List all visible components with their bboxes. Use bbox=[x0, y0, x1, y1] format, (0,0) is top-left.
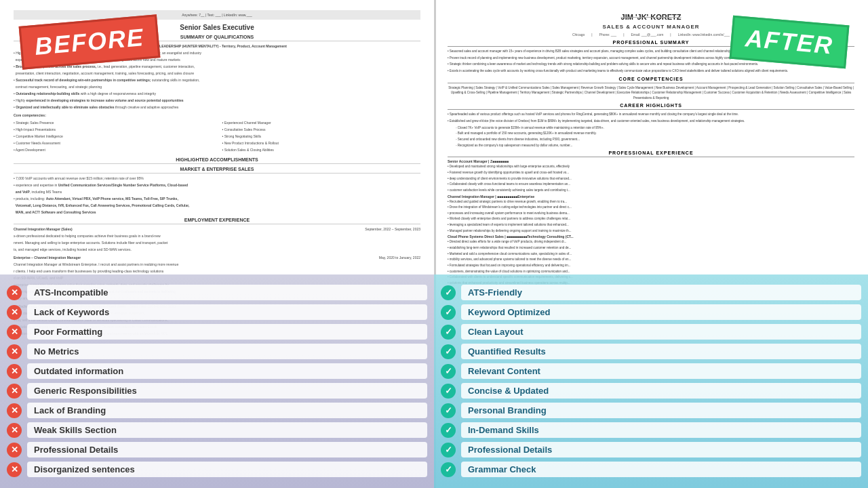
after-job1-desc2: • Fostered revenue growth by identifying… bbox=[448, 170, 854, 176]
after-contact-divider2: | bbox=[623, 33, 624, 37]
before-comp-1: • Strategic Sales Presence bbox=[14, 120, 212, 125]
main-container: Anywhere: 7__ | Text: ___ | LinkedIn: ww… bbox=[0, 0, 868, 488]
x-icon-ats-incompatible: ✕ bbox=[7, 285, 22, 300]
after-pro-item-in-demand-skills: ✓In-Demand Skills bbox=[441, 422, 861, 438]
before-comp-7: • Consultative Sales Process bbox=[222, 127, 421, 132]
before-job2-header: Enterprise – Channel Integration Manager… bbox=[14, 255, 420, 262]
x-icon-no-metrics: ✕ bbox=[7, 344, 22, 359]
pro-label-keyword-optimized: Keyword Optimized bbox=[461, 304, 861, 320]
after-job1-header: Senior Account Manager | Z■■■■■■■■ bbox=[448, 159, 854, 163]
before-comp-10: • Solution Sales & Closing Abilities bbox=[222, 147, 421, 152]
issue-label-generic-responsibilities: Generic Responsibilities bbox=[27, 383, 427, 399]
check-icon-grammar-check: ✓ bbox=[441, 462, 456, 477]
check-icon-concise-updated: ✓ bbox=[441, 384, 456, 399]
check-icon-ats-friendly: ✓ bbox=[441, 285, 456, 300]
after-career-2: • Established and grew eVoice (the voice… bbox=[448, 119, 854, 124]
before-competencies-label: Core competencies: bbox=[14, 113, 420, 118]
before-comp-6: • Experienced Channel Manager bbox=[222, 120, 421, 125]
before-job1-dates: September, 2022 – September, 2023 bbox=[365, 226, 420, 232]
x-icon-lack-of-branding: ✕ bbox=[7, 403, 22, 418]
after-job3-header: Cloud Phone Systems Direct Sales | ■■■■■… bbox=[448, 235, 854, 239]
after-career-6: ◦ Recognized as the company's top salesp… bbox=[448, 143, 854, 148]
before-issue-item-professional-details: ✕Professional Details bbox=[7, 442, 427, 458]
before-competencies-cols: • Strategic Sales Presence • High-Impact… bbox=[14, 120, 420, 154]
after-job2-desc1: • Recruited and guided strategic partner… bbox=[448, 199, 854, 205]
after-job3-desc4: • mobility services, and advanced phone … bbox=[448, 257, 854, 262]
after-exp-body: Senior Account Manager | Z■■■■■■■■ • Dev… bbox=[448, 159, 854, 285]
after-pro-item-professional-details: ✓Professional Details bbox=[441, 442, 861, 458]
before-job1-desc3: ts, and managed edge services, including… bbox=[14, 247, 420, 252]
after-contact-divider1: | bbox=[591, 33, 592, 37]
before-comp-9: • New Product Introductions & Rollout bbox=[222, 140, 421, 146]
x-icon-generic-responsibilities: ✕ bbox=[7, 384, 22, 399]
after-job2-header: Channel Integration Manager | ■■■■■■■■■■… bbox=[448, 195, 854, 199]
issue-label-lack-of-keywords: Lack of Keywords bbox=[27, 304, 427, 320]
after-overlay: ✓ATS-Friendly✓Keyword Optimized✓Clean La… bbox=[434, 274, 868, 488]
after-job3-desc1: • Directed direct sales efforts for a wi… bbox=[448, 239, 854, 245]
after-job3-desc3: • Marketed and sold a comprehensive clou… bbox=[448, 251, 854, 257]
after-pro-item-concise-updated: ✓Concise & Updated bbox=[441, 383, 861, 399]
after-job3-title: Cloud Phone Systems Direct Sales | ■■■■■… bbox=[448, 235, 574, 239]
after-career-3: ◦ Closed 7K+ VoIP accounts to generate $… bbox=[448, 125, 854, 131]
after-job1-desc4: • Collaborated closely with cross-functi… bbox=[448, 182, 854, 187]
before-comp-col1: • Strategic Sales Presence • High-Impact… bbox=[14, 120, 212, 154]
after-experience-title: PROFESSIONAL EXPERIENCE bbox=[448, 150, 854, 157]
after-job2-desc4: • Worked closely with enterprise clients… bbox=[448, 216, 854, 222]
issue-label-poor-formatting: Poor Formatting bbox=[27, 324, 427, 340]
pro-label-professional-details: Professional Details bbox=[461, 442, 861, 458]
after-pro-item-personal-branding: ✓Personal Branding bbox=[441, 403, 861, 418]
pro-label-in-demand-skills: In-Demand Skills bbox=[461, 422, 861, 438]
x-icon-lack-of-keywords: ✕ bbox=[7, 305, 22, 320]
check-icon-relevant-content: ✓ bbox=[441, 364, 456, 379]
before-market-5: Voicemail, Long Distance, IVR, Enhanced … bbox=[14, 203, 420, 208]
before-issue-item-poor-formatting: ✕Poor Formatting bbox=[7, 324, 427, 340]
before-comp-2: • High-Impact Presentations bbox=[14, 127, 212, 132]
before-overlay: ✕ATS-Incompatible✕Lack of Keywords✕Poor … bbox=[0, 274, 434, 488]
after-competencies-title: CORE COMPETENCIES bbox=[448, 77, 854, 83]
before-comp-8: • Strong Negotiating Skills bbox=[222, 134, 421, 139]
before-panel: Anywhere: 7__ | Text: ___ | LinkedIn: ww… bbox=[0, 0, 434, 488]
after-job2-title: Channel Integration Manager | ■■■■■■■■■■… bbox=[448, 195, 534, 199]
before-accomplishments-title: HIGHLIGHTED ACCOMPLISHMENTS bbox=[14, 157, 420, 164]
after-contact-divider3: | bbox=[670, 33, 671, 37]
before-issue-item-ats-incompatible: ✕ATS-Incompatible bbox=[7, 285, 427, 300]
before-comp-3: • Competitive Market Intelligence bbox=[14, 134, 212, 139]
after-panel: JIM 'JK' KORETZ SALES & ACCOUNT MANAGER … bbox=[434, 0, 868, 488]
after-contact-city: Chicago bbox=[572, 33, 585, 37]
before-market-2: • experience and expertise in Unified Co… bbox=[14, 182, 420, 188]
issue-label-professional-details: Professional Details bbox=[27, 442, 427, 458]
check-icon-clean-layout: ✓ bbox=[441, 325, 456, 340]
pro-label-grammar-check: Grammar Check bbox=[461, 462, 861, 477]
before-contact-bar: Anywhere: 7__ | Text: ___ | LinkedIn: ww… bbox=[14, 10, 420, 20]
check-icon-professional-details: ✓ bbox=[441, 443, 456, 458]
after-job2-desc2: • Drove the integration of Windstream's … bbox=[448, 205, 854, 210]
after-career-title: CAREER HIGHLIGHTS bbox=[448, 103, 854, 110]
after-career-1: • Spearheaded sales of various product o… bbox=[448, 112, 854, 117]
before-market-4: • products, including: Auto Attendant, V… bbox=[14, 196, 420, 201]
after-job3-desc5: • Formulated strategies that focused on … bbox=[448, 263, 854, 268]
before-line-9: • Organized and intellectually able to e… bbox=[14, 104, 420, 110]
before-job2-title: Enterprise – Channel Integration Manager bbox=[14, 255, 81, 260]
check-icon-in-demand-skills: ✓ bbox=[441, 423, 456, 438]
check-icon-personal-branding: ✓ bbox=[441, 403, 456, 418]
before-job1-title: Channel Integration Manager (Sales) bbox=[14, 226, 73, 232]
after-pros-list: ✓ATS-Friendly✓Keyword Optimized✓Clean La… bbox=[441, 285, 861, 477]
before-line-6: contract management, forecasting, and st… bbox=[14, 84, 420, 89]
x-icon-outdated-information: ✕ bbox=[7, 364, 22, 379]
before-issue-item-lack-of-keywords: ✕Lack of Keywords bbox=[7, 304, 427, 320]
before-comp-4: • Customer Needs Assessment bbox=[14, 140, 212, 146]
x-icon-weak-skills-section: ✕ bbox=[7, 423, 22, 438]
before-market-6: WAN, and ACT! Software and Consulting Se… bbox=[14, 209, 420, 215]
after-competencies-text: Strategic Planning | Sales Strategy | Vo… bbox=[448, 85, 854, 101]
before-market-3: and VoIP, including MS Teams bbox=[14, 189, 420, 195]
before-issue-item-generic-responsibilities: ✕Generic Responsibilities bbox=[7, 383, 427, 399]
after-pro-item-grammar-check: ✓Grammar Check bbox=[441, 462, 861, 477]
after-pro-item-ats-friendly: ✓ATS-Friendly bbox=[441, 285, 861, 300]
pro-label-quantified-results: Quantified Results bbox=[461, 344, 861, 359]
issue-label-outdated-information: Outdated information bbox=[27, 363, 427, 379]
after-job3-desc6: • customers, demonstrating the value of … bbox=[448, 269, 854, 274]
after-name: JIM 'JK' KORETZ bbox=[621, 13, 682, 21]
issue-label-disorganized-sentences: Disorganized sentences bbox=[27, 462, 427, 477]
before-issue-item-weak-skills-section: ✕Weak Skills Section bbox=[7, 422, 427, 438]
before-job2-company: Channel Integration Manager at Windstrea… bbox=[14, 262, 420, 267]
